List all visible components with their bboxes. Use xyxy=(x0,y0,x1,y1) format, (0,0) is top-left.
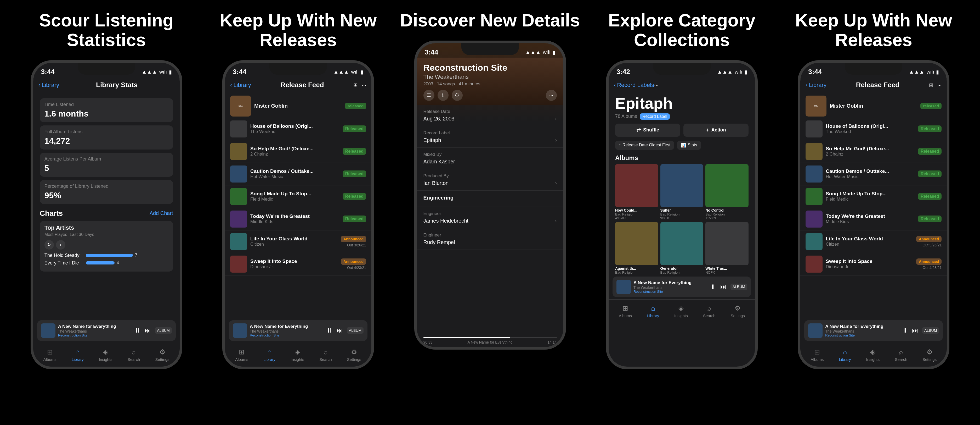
feed-badge-r1-6: Announced xyxy=(341,259,366,265)
feed-item-r1-6[interactable]: Sweep It Into Space Dinosaur Jr. Announc… xyxy=(225,253,371,275)
play-pause-btn-stats[interactable]: ⏸ xyxy=(134,327,141,334)
chart-ctrl-btn-2[interactable]: › xyxy=(56,240,65,249)
detail-label-0: Release Date xyxy=(423,109,557,114)
feed-artist-r2-5: Citizen xyxy=(826,242,913,247)
feed-item-r1-5[interactable]: Life In Your Glass World Citizen Announc… xyxy=(225,230,371,253)
nav-back-stats[interactable]: ‹ Library xyxy=(38,82,59,88)
tab-settings-r1[interactable]: ⚙ Settings xyxy=(347,348,361,362)
tab-search-stats[interactable]: ⌕ Search xyxy=(127,348,140,362)
feed-date-r2-5: Out 3/26/21 xyxy=(923,243,942,247)
mini-player-stats[interactable]: A New Name for Everything The Weakerthan… xyxy=(37,320,176,341)
album-grid-3[interactable]: Against th... Bad Religion xyxy=(615,222,658,275)
tab-albums-r2[interactable]: ⊞ Albums xyxy=(811,348,824,362)
feed-item-r1-0[interactable]: House of Balloons (Origi... The Weeknd R… xyxy=(225,118,371,141)
tab-insights-r2[interactable]: ◈ Insights xyxy=(866,348,880,362)
album-grid-title-2: No Control xyxy=(705,208,749,212)
play-pause-btn-r2[interactable]: ⏸ xyxy=(902,327,908,334)
artist-bar-1 xyxy=(86,261,115,264)
next-btn-cat[interactable]: ⏭ xyxy=(720,283,727,291)
mini-player-r1[interactable]: A New Name for Everything The Weakerthan… xyxy=(229,320,368,341)
feed-item-r2-2[interactable]: Caution Demos / Outtake... Hot Water Mus… xyxy=(800,163,947,185)
nav-back-releases1[interactable]: ‹ Library xyxy=(230,82,251,88)
tab-search-cat[interactable]: ⌕ Search xyxy=(703,304,716,318)
featured-item-r2[interactable]: MG Mister Goblin released xyxy=(800,93,947,118)
mini-album-stats: Reconstruction Site xyxy=(58,333,132,337)
feed-item-r2-4[interactable]: Today We're the Greatest Middle Kids Rel… xyxy=(800,208,947,230)
featured-item-r1[interactable]: MG Mister Goblin released xyxy=(225,93,371,118)
tab-settings-stats[interactable]: ⚙ Settings xyxy=(155,348,169,362)
tracklist-btn[interactable]: ☰ xyxy=(423,90,434,101)
more-btn-detail[interactable]: ··· xyxy=(546,90,557,101)
info-btn[interactable]: ℹ xyxy=(438,90,449,101)
album-grid-title-1: Suffer xyxy=(660,208,703,212)
list-icon-r1[interactable]: ⊞ xyxy=(353,82,358,88)
featured-badge-r1: released xyxy=(345,103,366,109)
tab-insights-cat[interactable]: ◈ Insights xyxy=(674,304,688,318)
progress-total: 14:14 xyxy=(547,340,557,344)
feed-item-r2-1[interactable]: So Help Me God! (Deluxe... 2 Chainz Rele… xyxy=(800,141,947,163)
feed-item-r1-3[interactable]: Song I Made Up To Stop... Field Medic Re… xyxy=(225,185,371,208)
feed-item-r1-2[interactable]: Caution Demos / Outtake... Hot Water Mus… xyxy=(225,163,371,185)
album-grid-1[interactable]: Suffer Bad Religion 9/8/88 xyxy=(660,164,703,220)
next-btn-r2[interactable]: ⏭ xyxy=(912,327,918,334)
action-btn[interactable]: + Action xyxy=(683,124,749,137)
signal-icon-3: ▲▲▲ xyxy=(525,49,541,55)
mini-player-cat[interactable]: A New Name for Everything The Weakerthan… xyxy=(612,276,751,297)
chart-ctrl-btn-1[interactable]: ↻ xyxy=(45,240,54,249)
progress-bar[interactable] xyxy=(423,337,557,338)
tab-search-r1[interactable]: ⌕ Search xyxy=(319,348,332,362)
next-btn-stats[interactable]: ⏭ xyxy=(145,327,151,334)
album-grid-artist-1: Bad Religion xyxy=(660,212,703,216)
tab-albums-r1[interactable]: ⊞ Albums xyxy=(235,348,248,362)
tab-search-r2[interactable]: ⌕ Search xyxy=(895,348,907,362)
phone-notch-4 xyxy=(653,63,711,75)
feed-item-r2-3[interactable]: Song I Made Up To Stop... Field Medic Re… xyxy=(800,185,947,208)
nav-back-category[interactable]: ‹ Record Labels xyxy=(614,82,654,88)
play-pause-btn-r1[interactable]: ⏸ xyxy=(326,327,332,334)
feed-date-r2-6: Out 4/23/21 xyxy=(923,265,942,270)
phone-stats: 3:44 ▲▲▲ wifi ▮ ‹ Library Library Stats xyxy=(30,60,182,369)
feed-info-r1-1: So Help Me God! (Deluxe... 2 Chainz xyxy=(250,146,339,157)
tab-library-r2[interactable]: ⌂ Library xyxy=(839,348,851,362)
add-chart-button[interactable]: Add Chart xyxy=(150,210,173,216)
detail-row-0[interactable]: Release Date Aug 26, 2003 › xyxy=(417,105,563,126)
feed-title-r1-0: House of Balloons (Origi... xyxy=(250,123,329,129)
tab-settings-r2[interactable]: ⚙ Settings xyxy=(923,348,937,362)
play-pause-btn-cat[interactable]: ⏸ xyxy=(710,283,716,291)
more-icon-cat[interactable]: ··· xyxy=(654,82,659,88)
feed-item-r2-5[interactable]: Life In Your Glass World Citizen Announc… xyxy=(800,230,947,253)
tab-library-r1[interactable]: ⌂ Library xyxy=(263,348,275,362)
tab-albums-stats[interactable]: ⊞ Albums xyxy=(43,348,56,362)
list-icon-r2[interactable]: ⊞ xyxy=(929,82,934,88)
feed-item-r1-1[interactable]: So Help Me God! (Deluxe... 2 Chainz Rele… xyxy=(225,141,371,163)
detail-row-3[interactable]: Produced By Ian Blurton › xyxy=(417,169,563,191)
tab-library-stats[interactable]: ⌂ Library xyxy=(72,348,84,362)
feed-art-r1-6 xyxy=(230,256,247,273)
feed-item-r1-4[interactable]: Today We're the Greatest Middle Kids Rel… xyxy=(225,208,371,230)
tab-insights-r1[interactable]: ◈ Insights xyxy=(291,348,304,362)
mini-player-r2[interactable]: A New Name for Everything The Weakerthan… xyxy=(804,320,943,341)
tab-settings-cat[interactable]: ⚙ Settings xyxy=(731,304,745,318)
tab-insights-stats[interactable]: ◈ Insights xyxy=(99,348,113,362)
shuffle-btn[interactable]: ⇄ Shuffle xyxy=(615,124,680,137)
more-icon-r1[interactable]: ··· xyxy=(362,82,366,88)
sort-btn-2[interactable]: 📊 Stats xyxy=(677,141,701,150)
tab-library-cat[interactable]: ⌂ Library xyxy=(647,304,659,318)
more-icon-r2[interactable]: ··· xyxy=(937,82,942,88)
nav-back-releases2[interactable]: ‹ Library xyxy=(805,82,826,88)
next-btn-r1[interactable]: ⏭ xyxy=(337,327,343,334)
feed-item-r2-6[interactable]: Sweep It Into Space Dinosaur Jr. Announc… xyxy=(800,253,947,275)
clock-btn[interactable]: ⏱ xyxy=(452,90,463,101)
feed-badge-r2-4: Released xyxy=(918,216,942,222)
feed-item-r2-0[interactable]: House of Balloons (Origi... The Weeknd R… xyxy=(800,118,947,141)
detail-row-4[interactable]: Engineer James Heidebrecht › xyxy=(417,207,563,228)
album-grid-2[interactable]: No Control Bad Religion 11/2/89 xyxy=(705,164,749,220)
sort-btn-1[interactable]: ↑ Release Date Oldest First xyxy=(615,141,674,150)
album-grid-0[interactable]: How Could... Bad Religion 4/12/89 xyxy=(615,164,658,220)
album-grid-4[interactable]: Generator Bad Religion xyxy=(660,222,703,275)
nav-back-label-category: Record Labels xyxy=(617,82,654,88)
detail-row-1[interactable]: Record Label Epitaph › xyxy=(417,126,563,148)
tab-albums-cat[interactable]: ⊞ Albums xyxy=(619,304,632,318)
album-grid-5[interactable]: White Tras... NOFX xyxy=(705,222,749,275)
album-grid-title-3: Against th... xyxy=(615,266,658,270)
